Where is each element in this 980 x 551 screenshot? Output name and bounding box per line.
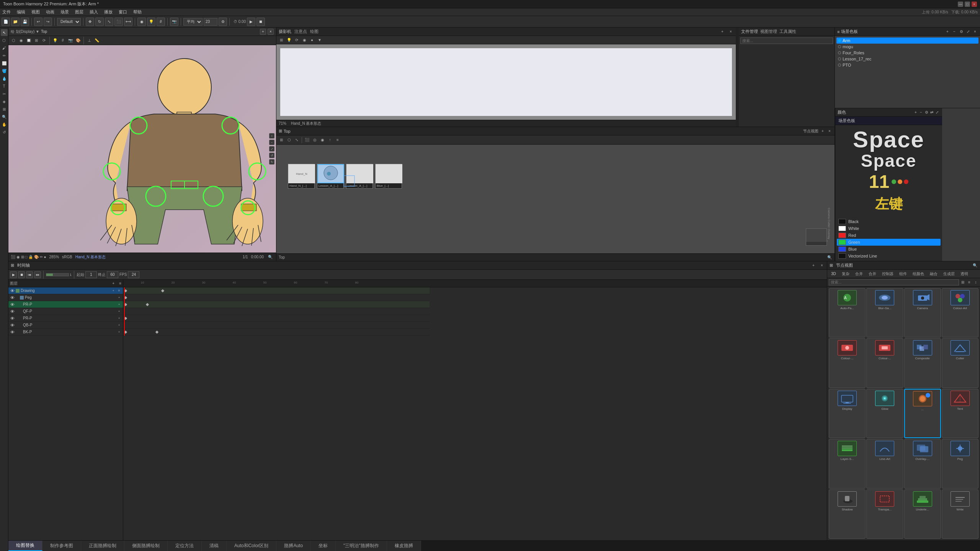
- layer-vis-1[interactable]: 👁: [10, 289, 15, 293]
- viewport-tool-3[interactable]: 🔲: [25, 37, 32, 44]
- layer-row-prp2[interactable]: 👁 PR-P +: [8, 315, 123, 322]
- layer-add-child-7[interactable]: +: [117, 330, 121, 334]
- color-arrows-btn[interactable]: ⇄: [929, 110, 934, 115]
- eraser-tool[interactable]: ⬜: [1, 60, 8, 67]
- menu-window[interactable]: 窗口: [119, 9, 127, 15]
- maximize-button[interactable]: □: [965, 2, 970, 7]
- layer-row-drawing[interactable]: 👁 Drawing + ≡: [8, 287, 123, 294]
- layer-add-child-2[interactable]: +: [117, 295, 121, 300]
- effect-blur-ga[interactable]: Blur-Ga...: [866, 288, 903, 337]
- undo-button[interactable]: ↩: [34, 18, 42, 26]
- effect-cutter[interactable]: Cutter: [942, 338, 978, 388]
- effects-search-btn[interactable]: 🔍: [972, 263, 978, 268]
- transform-tab-eff[interactable]: 组颜色: [910, 271, 926, 277]
- swatch-black[interactable]: Black: [837, 218, 941, 225]
- move-button[interactable]: ⬛: [114, 18, 123, 26]
- effect-colour-1[interactable]: Colour-...: [829, 338, 866, 388]
- node-tool-6[interactable]: ◉: [319, 137, 326, 143]
- viewport-light[interactable]: 💡: [52, 37, 59, 44]
- scene-expand-btn[interactable]: ⤢: [965, 29, 971, 34]
- keyframe-3-2[interactable]: [146, 303, 149, 306]
- effects-search-input[interactable]: [829, 279, 959, 285]
- view-mode-select[interactable]: 平均: [183, 18, 203, 26]
- tab-front-arm[interactable]: 正面胳膊绘制: [81, 541, 124, 551]
- tab-sandwich[interactable]: "三明治"胳膊制作: [336, 541, 387, 551]
- node-thumb-4[interactable]: Blue_[...]: [375, 164, 402, 189]
- effects-tab[interactable]: 合并: [853, 271, 865, 277]
- viewport-tool-4[interactable]: ⊞: [33, 37, 40, 44]
- eyedrop-tool[interactable]: 💧: [1, 75, 8, 82]
- swatch-blue[interactable]: Blue: [837, 246, 941, 253]
- deform-tool[interactable]: ◈: [1, 98, 8, 105]
- keyframe-7-2[interactable]: [155, 331, 158, 334]
- tool-tab[interactable]: 工具属性: [779, 29, 796, 34]
- layer-row-prp[interactable]: 👁 PR-P +: [8, 301, 123, 308]
- layer-row-qfp[interactable]: 👁 QF-P +: [8, 308, 123, 315]
- scene-item-lesson[interactable]: Lesson_17_rec: [836, 56, 978, 62]
- close-button[interactable]: ×: [972, 2, 977, 7]
- menu-view[interactable]: 视图: [31, 9, 40, 15]
- image-tab[interactable]: 生成层: [941, 271, 957, 277]
- effect-colour-art[interactable]: Colour-Art: [942, 288, 978, 337]
- display-mode-selector[interactable]: 绘 划(Display) ▼: [11, 29, 39, 34]
- color-expand-btn[interactable]: ⤢: [934, 110, 940, 115]
- tab-make-ref[interactable]: 制作参考图: [42, 541, 81, 551]
- scissors-tool[interactable]: ✂: [1, 90, 8, 97]
- effect-colour-2[interactable]: Colour-...: [866, 338, 903, 388]
- tab-draw-replace[interactable]: 绘图替换: [8, 541, 42, 551]
- viewport-color[interactable]: 🎨: [75, 37, 82, 44]
- text-tool[interactable]: T: [1, 83, 8, 90]
- output-tab[interactable]: 组件: [897, 271, 909, 277]
- redo-button[interactable]: ↪: [44, 18, 52, 26]
- node-search-btn[interactable]: 🔍: [827, 255, 832, 260]
- effect-underlay[interactable]: Underle...: [904, 489, 941, 539]
- light-button[interactable]: 💡: [147, 18, 155, 26]
- menu-edit[interactable]: 编辑: [17, 9, 25, 15]
- panel-divider-1[interactable]: [736, 28, 739, 127]
- start-frame-input[interactable]: [85, 271, 97, 278]
- effect-selected-item[interactable]: ...: [904, 389, 941, 438]
- viewport-close-btn[interactable]: ×: [268, 29, 274, 35]
- layer-vis-3[interactable]: 👁: [10, 302, 15, 307]
- color-settings-btn[interactable]: ⚙: [924, 110, 929, 115]
- layer-vis-7[interactable]: 👁: [10, 330, 15, 334]
- minimize-button[interactable]: —: [958, 2, 963, 7]
- save-button[interactable]: 💾: [21, 18, 29, 26]
- stop-btn-top[interactable]: ⏹: [256, 18, 265, 26]
- cam-view-3[interactable]: ⟳: [293, 37, 300, 44]
- zoom-input[interactable]: [204, 18, 217, 26]
- viewport-tool-2[interactable]: ◉: [18, 37, 24, 44]
- layer-anim-1[interactable]: ≡: [117, 289, 121, 293]
- select-tool[interactable]: ↖: [1, 29, 8, 36]
- effect-line-art[interactable]: Line-Art: [866, 439, 903, 488]
- timeline-add-btn[interactable]: +: [811, 263, 816, 268]
- draw-tab[interactable]: 绘图: [310, 29, 318, 34]
- layer-vis-6[interactable]: 👁: [10, 323, 15, 328]
- onion-button[interactable]: ◉: [137, 18, 146, 26]
- tab-arm-auto[interactable]: 胳膊Auto: [276, 541, 311, 551]
- menu-animation[interactable]: 动画: [46, 9, 54, 15]
- viewport-ruler[interactable]: 📏: [93, 37, 100, 44]
- effect-auto-pa[interactable]: A Auto-Pa...: [829, 288, 866, 337]
- rotate-view-tool[interactable]: ↺: [1, 129, 8, 135]
- node-add-btn[interactable]: +: [820, 129, 825, 134]
- search-btn[interactable]: 🔍: [267, 254, 274, 261]
- misc-tab[interactable]: 融合: [928, 271, 940, 277]
- viewport-camera[interactable]: 📷: [67, 37, 74, 44]
- effect-transparent[interactable]: Transpa...: [866, 489, 903, 539]
- layer-col-menu[interactable]: ≡: [119, 281, 121, 285]
- node-tool-2[interactable]: ⬡: [286, 137, 292, 143]
- viewport-tool-1[interactable]: ⬡: [10, 37, 17, 44]
- rotate-left-btn[interactable]: ↺: [269, 153, 274, 158]
- tab-clean[interactable]: 清稿: [202, 541, 227, 551]
- cam-view-2[interactable]: 💡: [286, 37, 292, 44]
- prev-frame-btn[interactable]: ⏮: [26, 271, 33, 278]
- menu-insert[interactable]: 插入: [90, 9, 98, 15]
- end-frame-input[interactable]: [107, 271, 118, 278]
- node-tool-4[interactable]: ⬛: [304, 137, 310, 143]
- node-close-btn[interactable]: ×: [827, 129, 832, 134]
- viewport-sym[interactable]: ⊥: [86, 37, 93, 44]
- effect-shadow[interactable]: Shadow: [829, 489, 866, 539]
- stop-button[interactable]: ⏹: [18, 271, 25, 278]
- viewport-reset[interactable]: ⟳: [41, 37, 47, 44]
